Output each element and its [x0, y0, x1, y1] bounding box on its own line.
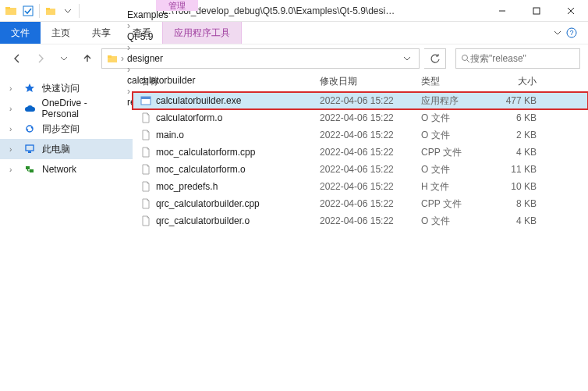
back-button[interactable] [8, 49, 27, 68]
expand-icon[interactable]: › [9, 165, 17, 174]
forward-button[interactable] [31, 49, 50, 68]
navigation-bar: › Examples›Qt-5.9›designer›calculatorbui… [0, 44, 588, 72]
file-icon [140, 147, 151, 158]
chevron-down-icon[interactable] [554, 29, 561, 37]
expand-icon[interactable]: › [9, 145, 17, 154]
search-input[interactable] [470, 53, 587, 64]
search-box[interactable] [455, 48, 580, 69]
file-size: 477 KB [491, 95, 546, 106]
sidebar-item-label: 此电脑 [42, 143, 70, 156]
file-icon [140, 130, 151, 140]
cloud-icon [23, 102, 36, 115]
sidebar-item-label: 快速访问 [42, 82, 80, 95]
expand-icon[interactable]: › [9, 105, 17, 113]
ribbon-toggle: ? [543, 22, 588, 44]
tab-file[interactable]: 文件 [0, 22, 41, 44]
svg-rect-18 [141, 97, 151, 99]
file-row[interactable]: moc_calculatorform.cpp2022-04-06 15:22CP… [133, 144, 588, 161]
column-date[interactable]: 修改日期 [320, 75, 421, 88]
chevron-right-icon[interactable]: › [126, 20, 132, 31]
file-type: O 文件 [421, 215, 491, 228]
file-row[interactable]: calculatorbuilder.exe2022-04-06 15:22应用程… [133, 92, 588, 109]
expand-icon[interactable]: › [9, 125, 17, 133]
file-row[interactable]: calculatorform.o2022-04-06 15:22O 文件6 KB [133, 109, 588, 126]
tab-share[interactable]: 共享 [81, 22, 122, 44]
file-size: 10 KB [491, 181, 546, 192]
address-dropdown[interactable] [398, 55, 416, 62]
svg-rect-14 [28, 151, 31, 153]
chevron-right-icon[interactable]: › [119, 53, 126, 64]
sync-icon [23, 123, 36, 135]
file-date: 2022-04-06 15:22 [320, 215, 421, 226]
sidebar-item[interactable]: ›OneDrive - Personal [0, 98, 133, 119]
column-headers: 名称 修改日期 类型 大小 [133, 72, 588, 92]
file-size: 2 KB [491, 130, 546, 140]
refresh-button[interactable] [424, 48, 446, 69]
window-controls [485, 0, 588, 22]
ribbon-tabs: 文件 主页 共享 查看 应用程序工具 ? [0, 22, 588, 44]
file-icon [140, 112, 151, 123]
breadcrumb-segment[interactable]: Examples [126, 9, 197, 20]
minimize-button[interactable] [485, 0, 519, 22]
sidebar-item-label: OneDrive - Personal [42, 98, 123, 119]
folder-icon [5, 5, 17, 17]
svg-rect-15 [26, 166, 30, 169]
separator [79, 4, 80, 18]
help-icon[interactable]: ? [566, 27, 577, 38]
column-name[interactable]: 名称 [133, 75, 320, 88]
file-size: 11 KB [491, 164, 546, 175]
column-size[interactable]: 大小 [491, 75, 546, 88]
file-date: 2022-04-06 15:22 [320, 198, 421, 209]
quick-access-toolbar [0, 4, 84, 18]
column-type[interactable]: 类型 [421, 75, 491, 88]
file-size: 4 KB [491, 147, 546, 158]
expand-icon[interactable]: › [9, 84, 17, 93]
close-button[interactable] [554, 0, 588, 22]
search-icon [461, 54, 470, 63]
svg-rect-2 [23, 6, 33, 16]
sidebar-item[interactable]: ›同步空间 [0, 119, 133, 139]
file-list-pane: 名称 修改日期 类型 大小 calculatorbuilder.exe2022-… [133, 72, 588, 391]
file-type: CPP 文件 [421, 146, 491, 159]
checkbox-icon[interactable] [22, 5, 34, 17]
svg-line-12 [467, 60, 469, 62]
chevron-down-icon[interactable] [62, 5, 74, 17]
file-rows: calculatorbuilder.exe2022-04-06 15:22应用程… [133, 92, 588, 391]
file-row[interactable]: qrc_calculatorbuilder.cpp2022-04-06 15:2… [133, 195, 588, 212]
maximize-button[interactable] [519, 0, 554, 22]
file-row[interactable]: moc_calculatorform.o2022-04-06 15:22O 文件… [133, 161, 588, 178]
svg-point-11 [462, 55, 468, 60]
file-icon [140, 181, 151, 192]
up-button[interactable] [78, 49, 97, 68]
folder-icon [105, 52, 119, 66]
file-date: 2022-04-06 15:22 [320, 164, 421, 175]
file-name: moc_predefs.h [156, 181, 218, 192]
file-row[interactable]: qrc_calculatorbuilder.o2022-04-06 15:22O… [133, 212, 588, 229]
file-icon [140, 215, 151, 226]
file-row[interactable]: main.o2022-04-06 15:22O 文件2 KB [133, 126, 588, 144]
file-row[interactable]: moc_predefs.h2022-04-06 15:22H 文件10 KB [133, 178, 588, 195]
address-bar[interactable]: › Examples›Qt-5.9›designer›calculatorbui… [101, 48, 420, 69]
chevron-right-icon[interactable]: › [126, 42, 132, 53]
star-icon [23, 82, 36, 94]
sidebar-item[interactable]: ›快速访问 [0, 78, 133, 98]
breadcrumb-segment[interactable]: Qt-5.9 [126, 31, 197, 42]
content-area: ›快速访问›OneDrive - Personal›同步空间›此电脑›Netwo… [0, 72, 588, 391]
file-size: 4 KB [491, 215, 546, 226]
navigation-pane: ›快速访问›OneDrive - Personal›同步空间›此电脑›Netwo… [0, 72, 133, 391]
net-icon [23, 163, 36, 176]
sidebar-item[interactable]: ›此电脑 [0, 139, 133, 159]
file-date: 2022-04-06 15:22 [320, 112, 421, 123]
file-name: qrc_calculatorbuilder.o [156, 215, 250, 226]
file-type: O 文件 [421, 129, 491, 142]
file-icon [140, 198, 151, 209]
file-size: 6 KB [491, 112, 546, 123]
recent-dropdown[interactable] [55, 49, 73, 68]
tab-home[interactable]: 主页 [41, 22, 81, 44]
folder-small-icon[interactable] [44, 5, 57, 17]
separator [39, 4, 40, 18]
svg-text:?: ? [569, 29, 573, 37]
sidebar-item[interactable]: ›Network [0, 159, 133, 180]
svg-rect-16 [30, 169, 34, 172]
breadcrumb-segment[interactable]: designer [126, 53, 197, 64]
